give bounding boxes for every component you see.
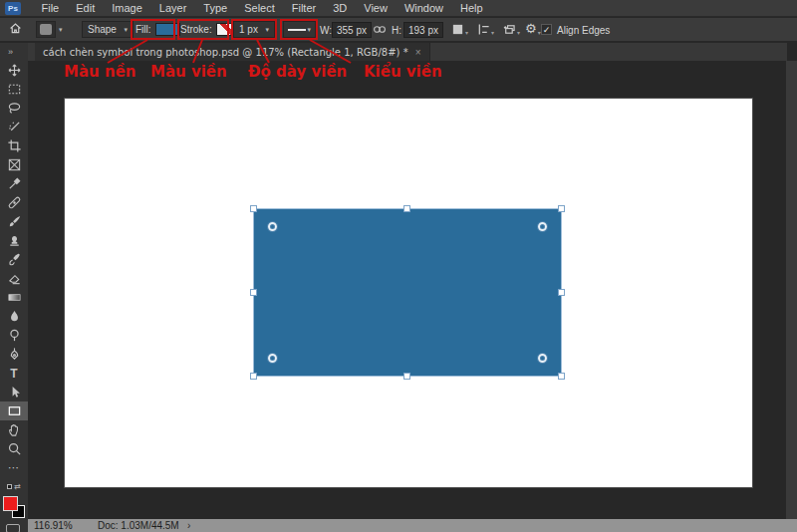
move-tool[interactable] xyxy=(0,61,28,80)
eraser-tool[interactable] xyxy=(0,269,28,288)
pen-tool[interactable] xyxy=(0,345,28,364)
menu-help[interactable]: Help xyxy=(452,0,492,17)
tab-bar: cách chèn symbol trong photoshop.psd @ 1… xyxy=(28,43,787,61)
menu-file[interactable]: File xyxy=(33,0,68,17)
transform-handle-bottom-center[interactable] xyxy=(403,373,410,380)
frame-tool[interactable] xyxy=(0,155,28,174)
menu-view[interactable]: View xyxy=(356,0,397,17)
type-tool[interactable]: T xyxy=(0,364,28,383)
align-edges-checkbox[interactable]: ✓ xyxy=(541,24,552,35)
swap-colors-icon[interactable]: ⇄ xyxy=(14,482,21,491)
history-brush-tool[interactable] xyxy=(0,250,28,269)
default-colors-controls[interactable]: ⇄ xyxy=(0,479,28,493)
zoom-level-field[interactable]: 116.91% xyxy=(34,520,73,531)
zoom-tool[interactable] xyxy=(0,439,28,458)
link-dimensions-icon[interactable] xyxy=(373,25,387,36)
annotation-label-fill-color: Màu nền xyxy=(64,63,135,81)
corner-radius-handle-top-right[interactable] xyxy=(538,222,547,231)
chevron-down-icon: ▾ xyxy=(491,29,494,36)
options-bar: ▾ Shape ▾ Fill: Stroke: 1 px ▾ ▾ W: 355 … xyxy=(0,18,797,42)
transform-handle-middle-left[interactable] xyxy=(250,289,257,296)
transform-handle-top-left[interactable] xyxy=(250,205,257,212)
dodge-tool[interactable] xyxy=(0,326,28,345)
home-icon[interactable] xyxy=(9,22,22,37)
height-field-label: H: xyxy=(392,25,401,36)
tool-preset-picker[interactable] xyxy=(36,21,56,38)
rectangle-tool[interactable] xyxy=(0,401,28,420)
foreground-color-swatch[interactable] xyxy=(3,496,18,511)
document-tab-title: cách chèn symbol trong photoshop.psd @ 1… xyxy=(43,47,408,58)
shape-width-field[interactable]: 355 px xyxy=(332,22,372,38)
color-swatches xyxy=(3,496,27,520)
corner-radius-handle-bottom-left[interactable] xyxy=(268,354,277,363)
gradient-tool[interactable] xyxy=(0,288,28,307)
magic-wand-tool[interactable] xyxy=(0,118,28,136)
chevron-down-icon: ▾ xyxy=(517,29,520,36)
transform-handle-bottom-left[interactable] xyxy=(250,373,257,380)
photoshop-window: Ps File Edit Image Layer Type Select Fil… xyxy=(0,0,797,532)
transform-handle-middle-right[interactable] xyxy=(558,289,565,296)
healing-brush-tool[interactable] xyxy=(0,193,28,212)
annotation-box-stroke-width xyxy=(231,19,277,40)
tool-preset-thumbnail xyxy=(40,24,52,35)
path-selection-tool[interactable] xyxy=(0,383,28,401)
pasteboard xyxy=(28,61,787,519)
path-operations-icon[interactable]: ▾ xyxy=(451,22,468,36)
path-arrangement-icon[interactable]: ▾ xyxy=(501,22,520,36)
transform-handle-top-center[interactable] xyxy=(403,205,410,212)
edit-toolbar-button[interactable]: ⋯ xyxy=(0,458,28,477)
eyedropper-tool[interactable] xyxy=(0,174,28,193)
annotation-label-stroke-width: Độ dày viền xyxy=(248,63,347,81)
screen-mode-icon[interactable] xyxy=(6,524,20,532)
menu-select[interactable]: Select xyxy=(236,0,284,17)
tool-mode-select[interactable]: Shape ▾ xyxy=(82,21,133,38)
status-bar: 116.91% Doc: 1.03M/44.5M › xyxy=(28,519,797,532)
clone-stamp-tool[interactable] xyxy=(0,231,28,250)
toolbar-collapse-button[interactable]: » xyxy=(0,43,28,61)
status-options-chevron[interactable]: › xyxy=(187,520,190,531)
transform-handle-top-right[interactable] xyxy=(558,205,565,212)
transform-handle-bottom-right[interactable] xyxy=(558,373,565,380)
menu-filter[interactable]: Filter xyxy=(283,0,324,17)
width-field-label: W: xyxy=(320,25,332,36)
photoshop-logo-icon[interactable]: Ps xyxy=(5,2,21,15)
menu-type[interactable]: Type xyxy=(195,0,236,17)
close-icon[interactable]: × xyxy=(415,47,421,58)
menu-3d[interactable]: 3D xyxy=(325,0,356,17)
tool-mode-value: Shape xyxy=(88,24,117,35)
corner-radius-handle-bottom-right[interactable] xyxy=(538,354,547,363)
document-canvas[interactable] xyxy=(65,99,752,487)
annotation-label-stroke-style: Kiểu viền xyxy=(364,63,442,81)
menu-image[interactable]: Image xyxy=(104,0,151,17)
hand-tool[interactable] xyxy=(0,420,28,439)
corner-radius-handle-top-left[interactable] xyxy=(268,222,277,231)
annotation-label-stroke-color: Màu viền xyxy=(150,63,227,81)
annotation-box-fill xyxy=(131,19,175,40)
document-tab[interactable]: cách chèn symbol trong photoshop.psd @ 1… xyxy=(35,43,430,61)
brush-tool[interactable] xyxy=(0,212,28,231)
blur-tool[interactable] xyxy=(0,307,28,326)
shape-height-field[interactable]: 193 px xyxy=(403,22,443,38)
lasso-tool[interactable] xyxy=(0,99,28,118)
menu-items: File Edit Image Layer Type Select Filter… xyxy=(33,0,491,17)
menu-layer[interactable]: Layer xyxy=(150,0,195,17)
tool-preset-dropdown-arrow[interactable]: ▾ xyxy=(59,26,63,34)
crop-tool[interactable] xyxy=(0,136,28,155)
default-colors-icon[interactable] xyxy=(7,484,12,489)
document-size-info: Doc: 1.03M/44.5M xyxy=(98,520,179,531)
marquee-tool[interactable] xyxy=(0,80,28,99)
tools-panel: T ⋯ ⇄ xyxy=(0,61,28,532)
annotation-box-stroke-style xyxy=(280,19,318,40)
rectangle-shape[interactable] xyxy=(254,209,561,376)
chevron-down-icon: ▾ xyxy=(124,26,128,34)
align-edges-label: Align Edges xyxy=(557,25,610,36)
menu-window[interactable]: Window xyxy=(396,0,451,17)
panel-dock-strip[interactable] xyxy=(786,61,797,519)
path-alignment-icon[interactable]: ▾ xyxy=(477,22,494,36)
menu-edit[interactable]: Edit xyxy=(68,0,104,17)
menu-bar: Ps File Edit Image Layer Type Select Fil… xyxy=(0,0,797,17)
annotation-box-stroke xyxy=(177,19,229,40)
chevron-down-icon: ▾ xyxy=(465,29,468,36)
gear-icon[interactable]: ⚙▾ xyxy=(525,21,541,36)
